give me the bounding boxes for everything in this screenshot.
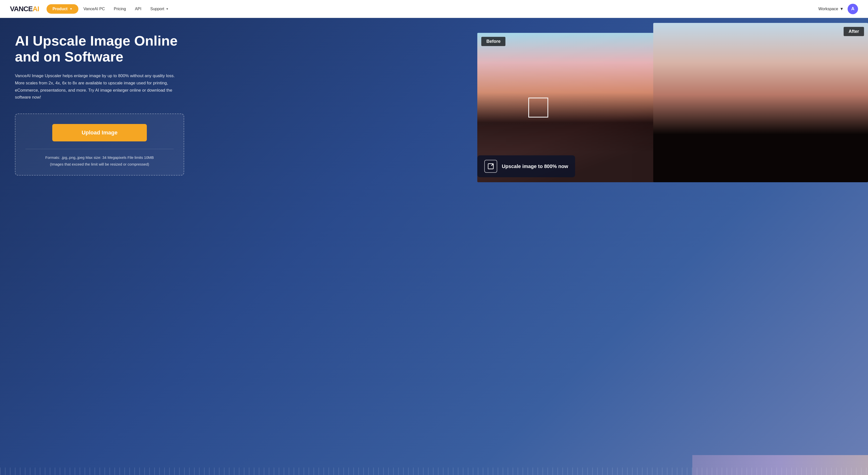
dots-overlay [0, 468, 868, 475]
hero-title: AI Upscale Image Online and on Software [15, 33, 462, 65]
upload-box: Upload Image Formats: .jpg,.png,.jpeg Ma… [15, 114, 184, 176]
nav-pricing-label: Pricing [114, 7, 126, 11]
logo[interactable]: VANCE AI [10, 5, 39, 13]
nav-links: VanceAI PC Pricing API Support ▼ [83, 7, 818, 11]
after-label: After [844, 27, 864, 36]
nav-pricing[interactable]: Pricing [114, 7, 126, 11]
nav-api-label: API [135, 7, 141, 11]
workspace-button[interactable]: Workspace ▼ [818, 7, 844, 11]
image-comparison: Before After Upscale image to 800% now [477, 23, 868, 192]
logo-ai-text: AI [33, 5, 39, 13]
hero-title-line1: AI Upscale Image Online [15, 33, 178, 49]
focus-box [528, 97, 548, 118]
nav-support-label: Support [150, 7, 164, 11]
user-avatar[interactable]: A [847, 4, 858, 14]
logo-vance-text: VANCE [10, 5, 33, 13]
workspace-label: Workspace [818, 7, 838, 11]
upscale-badge[interactable]: Upscale image to 800% now [477, 155, 575, 177]
after-image [653, 23, 868, 182]
nav-api[interactable]: API [135, 7, 141, 11]
upscale-badge-text: Upscale image to 800% now [502, 164, 568, 169]
support-chevron-icon: ▼ [166, 7, 169, 11]
hero-title-line2: and on Software [15, 49, 123, 64]
product-button[interactable]: Product ▼ [46, 4, 79, 14]
upload-formats: Formats: .jpg,.png,.jpeg Max size: 34 Me… [25, 154, 174, 168]
formats-line1: Formats: .jpg,.png,.jpeg Max size: 34 Me… [25, 154, 174, 161]
product-button-label: Product [53, 7, 67, 11]
hero-description: VanceAI Image Upscaler helps enlarge ima… [15, 72, 184, 101]
formats-line2: (Images that exceed the limit will be re… [25, 161, 174, 168]
navbar: VANCE AI Product ▼ VanceAI PC Pricing AP… [0, 0, 868, 18]
hero-left: AI Upscale Image Online and on Software … [0, 18, 477, 475]
upload-image-button[interactable]: Upload Image [52, 124, 147, 141]
hero-section: AI Upscale Image Online and on Software … [0, 18, 868, 475]
avatar-letter: A [851, 6, 855, 11]
nav-vanceai-pc[interactable]: VanceAI PC [83, 7, 105, 11]
after-panel: After [653, 23, 868, 182]
nav-vanceai-pc-label: VanceAI PC [83, 7, 105, 11]
workspace-chevron-icon: ▼ [840, 7, 844, 11]
hero-right: Before After Upscale image to 800% now [477, 18, 868, 475]
product-chevron-icon: ▼ [69, 7, 72, 11]
before-label: Before [481, 37, 505, 46]
upscale-icon [484, 160, 497, 173]
nav-right: Workspace ▼ A [818, 4, 858, 14]
nav-support[interactable]: Support ▼ [150, 7, 169, 11]
